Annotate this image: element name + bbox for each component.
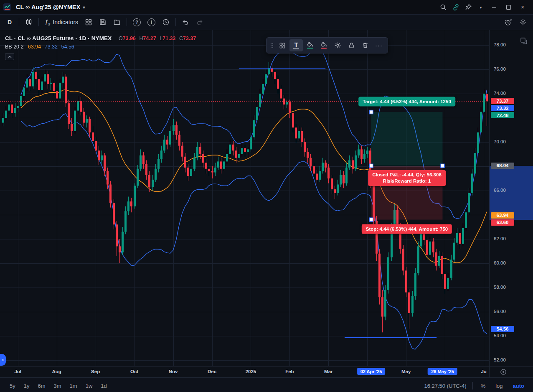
bar-replay-button[interactable]: [159, 16, 173, 28]
watchlist-expand-button[interactable]: ›: [0, 354, 6, 366]
object-tree-icon[interactable]: [520, 37, 528, 46]
template-button[interactable]: [276, 39, 289, 51]
text-tool-button[interactable]: T: [289, 39, 303, 51]
profit-color-button[interactable]: [303, 39, 317, 51]
range-1m-button[interactable]: 1m: [67, 381, 80, 391]
range-1w-button[interactable]: 1w: [83, 381, 96, 391]
price-badge-63.60: 63.60: [491, 219, 514, 226]
clock-icon: [162, 18, 170, 26]
indicators-label: Indicators: [53, 19, 78, 25]
pin-icon[interactable]: [463, 2, 474, 12]
trash-icon: [362, 42, 369, 49]
tradingview-window: CL ∞ Aug'25 @NYMEX ▾ ▾ × D: [0, 0, 533, 392]
time-axis[interactable]: JulAugSepOctNovDec2025FebMarMayJu02 Apr …: [0, 367, 489, 377]
range-6m-button[interactable]: 6m: [35, 381, 48, 391]
price-axis[interactable]: 78.0076.0074.0070.0066.0062.0060.0058.00…: [489, 30, 533, 366]
price-tick: 52.00: [494, 357, 506, 362]
scales-settings-icon[interactable]: [500, 368, 507, 377]
app-logo-icon[interactable]: [3, 3, 11, 11]
chart-style-button[interactable]: [22, 16, 36, 28]
time-label-Oct: Oct: [130, 369, 138, 374]
help-button[interactable]: ?: [130, 16, 144, 28]
legend-ohlc: O73.96 H74.27 L71.33 C73.37: [117, 36, 196, 41]
time-label-Dec: Dec: [208, 369, 216, 374]
pnl-line1: Closed P&L: -4.44, Qty: 56.306: [372, 172, 442, 178]
bottom-separator: [472, 382, 473, 389]
stop-label[interactable]: Stop: 4.44 (6.53%) 444, Amount: 750: [362, 224, 452, 234]
toolbar-separator: [38, 18, 39, 26]
price-range-highlight: [490, 166, 533, 220]
ellipsis-icon: ···: [375, 42, 383, 49]
lock-icon: [348, 42, 355, 49]
time-label-Sep: Sep: [91, 369, 100, 374]
target-label[interactable]: Target: 4.44 (6.53%) 444, Amount: 1250: [358, 97, 455, 107]
time-badge: 28 May '25: [428, 368, 457, 375]
percent-scale-button[interactable]: %: [479, 382, 488, 390]
chart-pane[interactable]: CL · CL ∞ AUG25 Futures · 1D · NYMEX O73…: [0, 30, 489, 366]
toolbar-separator: [19, 18, 19, 26]
price-tick: 74.00: [494, 91, 506, 96]
range-5y-button[interactable]: 5y: [7, 381, 18, 391]
time-axis-corner: [489, 367, 533, 377]
range-1y-button[interactable]: 1y: [21, 381, 33, 391]
price-badge-73.37: 73.37: [491, 98, 514, 104]
settings-button[interactable]: [516, 16, 530, 28]
template-grid-icon: [279, 42, 286, 49]
price-tick: 76.00: [494, 66, 506, 71]
close-button[interactable]: ×: [516, 2, 529, 12]
log-scale-button[interactable]: log: [493, 382, 505, 390]
save-layout-button[interactable]: [96, 16, 109, 28]
info-button[interactable]: i: [145, 16, 158, 28]
indicator-legend[interactable]: BB 20 2 63.94 73.32 54.56: [5, 43, 196, 51]
alert-button[interactable]: [502, 16, 515, 28]
price-tick: 58.00: [494, 285, 506, 290]
indicators-button[interactable]: ƒx Indicators: [42, 16, 81, 28]
time-label-Jul: Jul: [14, 369, 21, 374]
legend-collapse-button[interactable]: [5, 53, 14, 60]
loss-color-button[interactable]: [317, 39, 330, 51]
fx-icon: ƒx: [45, 18, 50, 26]
bb-lower-value: 54.56: [61, 44, 74, 50]
layout-templates-button[interactable]: [82, 16, 95, 28]
maximize-button[interactable]: [502, 2, 515, 12]
info-icon: i: [147, 18, 155, 26]
time-badge: 02 Apr '25: [357, 368, 386, 375]
chevron-down-icon: ▾: [83, 5, 85, 10]
redo-button[interactable]: [193, 16, 206, 28]
paint-bucket-icon: [307, 42, 314, 47]
tool-settings-button[interactable]: [331, 39, 344, 51]
session-clock[interactable]: 16:27:50 (UTC-4): [424, 383, 466, 389]
symbol-menu-button[interactable]: CL ∞ Aug'25 @NYMEX ▾: [14, 3, 86, 11]
toolbar-separator: [127, 18, 127, 26]
delete-tool-button[interactable]: [358, 39, 372, 51]
range-1d-button[interactable]: 1d: [98, 381, 109, 391]
undo-button[interactable]: [179, 16, 192, 28]
pnl-line2: Risk/Reward Ratio: 1: [372, 178, 442, 184]
link-icon[interactable]: [450, 2, 461, 12]
legend-symbol-title[interactable]: CL · CL ∞ AUG25 Futures · 1D · NYMEX: [5, 35, 112, 41]
more-options-button[interactable]: ···: [372, 39, 386, 51]
lock-tool-button[interactable]: [345, 39, 358, 51]
auto-scale-button[interactable]: auto: [511, 382, 526, 390]
time-label-2025: 2025: [246, 369, 256, 374]
timeframe-button[interactable]: D: [3, 16, 16, 28]
time-label-Feb: Feb: [285, 369, 294, 374]
price-badge-68.04: 68.04: [491, 163, 514, 169]
window-titlebar: CL ∞ Aug'25 @NYMEX ▾ ▾ ×: [0, 0, 533, 14]
quick-search-icon[interactable]: [438, 2, 449, 12]
grid-layout-icon: [85, 18, 92, 26]
minimize-button[interactable]: [488, 2, 500, 12]
redo-icon: [196, 18, 203, 26]
chevron-up-icon: [8, 56, 12, 58]
gear-icon: [334, 42, 341, 49]
toolbar-separator: [175, 18, 176, 26]
chart-canvas[interactable]: [0, 30, 489, 366]
open-layout-button[interactable]: [110, 16, 124, 28]
pnl-label[interactable]: Closed P&L: -4.44, Qty: 56.306 Risk/Rewa…: [368, 170, 446, 186]
loss-color-swatch: [321, 48, 327, 49]
range-3m-button[interactable]: 3m: [51, 381, 64, 391]
drag-handle-icon[interactable]: [269, 39, 275, 52]
undo-icon: [182, 18, 189, 26]
candlestick-icon: [25, 18, 33, 26]
titlebar-dropdown-icon[interactable]: ▾: [475, 2, 486, 12]
